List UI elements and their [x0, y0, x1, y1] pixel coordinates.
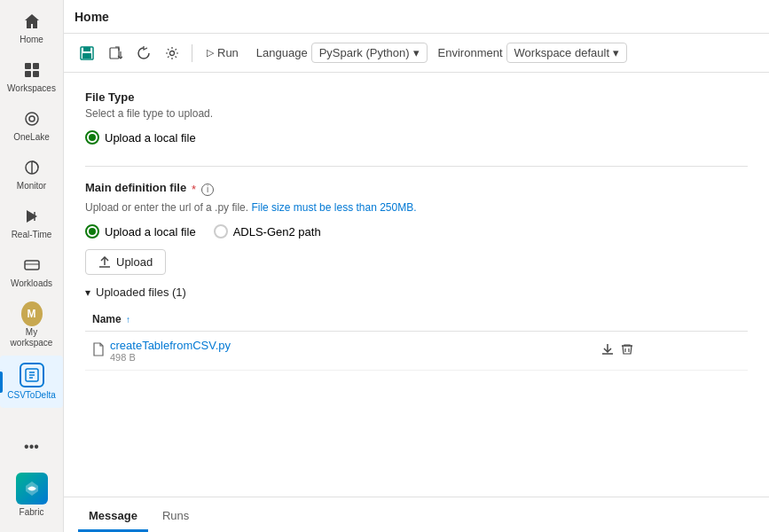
file-type-desc: Select a file type to upload. — [85, 107, 748, 120]
sidebar-item-workloads[interactable]: Workloads — [0, 247, 63, 296]
sidebar-realtime-label: Real-Time — [12, 230, 52, 240]
workspaces-icon — [21, 59, 43, 81]
sidebar-item-workspaces[interactable]: Workspaces — [0, 52, 63, 101]
file-link[interactable]: createTablefromCSV.py — [110, 339, 231, 352]
upload-local-file-label: Upload a local file — [105, 225, 196, 239]
adls-path-label: ADLS-Gen2 path — [233, 225, 321, 239]
csvtodelta-label: CSVToDelta — [7, 390, 55, 401]
sidebar-more[interactable]: ••• — [0, 432, 63, 462]
sidebar-item-home[interactable]: Home — [0, 4, 63, 52]
sidebar-onelake-label: OneLake — [13, 132, 50, 143]
sidebar-home-label: Home — [20, 35, 43, 45]
main-def-desc: Upload or enter the url of a .py file. F… — [85, 201, 748, 214]
svg-rect-0 — [25, 63, 31, 69]
sidebar-item-realtime[interactable]: Real-Time — [0, 199, 63, 247]
main-def-header: Main definition file * i — [85, 181, 748, 198]
file-icon — [92, 342, 105, 359]
toolbar-divider — [192, 44, 192, 62]
refresh-button[interactable] — [131, 41, 156, 66]
table-row: createTablefromCSV.py 498 B — [85, 332, 748, 371]
sidebar-item-myworkspace[interactable]: M My workspace — [0, 296, 63, 356]
file-type-radio-group: Upload a local file — [85, 130, 748, 145]
upload-icon — [98, 256, 111, 269]
language-selector[interactable]: PySpark (Python) ▾ — [311, 43, 428, 63]
export-button[interactable] — [103, 41, 128, 66]
upload-btn-label: Upload — [116, 255, 153, 269]
csvtodelta-icon — [20, 363, 44, 387]
upload-local-label: Upload a local file — [105, 131, 196, 145]
section-divider — [85, 166, 748, 167]
uploaded-files-toggle[interactable]: ▾ Uploaded files (1) — [85, 286, 748, 299]
sidebar: Home Workspaces OneLake — [0, 0, 64, 532]
file-size: 498 B — [110, 352, 231, 363]
run-button[interactable]: ▷ Run — [200, 43, 246, 63]
refresh-icon — [137, 46, 151, 60]
sidebar-myworkspace-label: My workspace — [4, 327, 59, 348]
file-actions-cell — [594, 332, 748, 371]
main-def-desc-blue: File size must be less than 250MB. — [251, 201, 416, 214]
chevron-down-icon: ▾ — [85, 286, 90, 299]
save-button[interactable] — [75, 41, 99, 66]
avatar: M — [21, 301, 43, 326]
tab-message[interactable]: Message — [78, 502, 148, 532]
svg-rect-1 — [33, 63, 39, 69]
myworkspace-icon: M — [21, 303, 43, 325]
upload-button[interactable]: Upload — [85, 249, 166, 275]
info-icon: i — [201, 184, 214, 196]
svg-rect-2 — [25, 71, 31, 77]
realtime-icon — [21, 206, 43, 227]
language-label: Language — [256, 46, 308, 59]
actions-column-header — [594, 308, 748, 332]
main-panel: Home — [64, 0, 769, 532]
delete-icon[interactable] — [621, 343, 633, 358]
settings-button[interactable] — [160, 41, 184, 66]
settings-icon — [165, 46, 179, 60]
file-name-cell: createTablefromCSV.py 498 B — [85, 332, 594, 371]
svg-point-21 — [170, 51, 175, 55]
toolbar: ▷ Run Language PySpark (Python) ▾ Enviro… — [64, 34, 769, 73]
svg-rect-17 — [83, 47, 90, 51]
sidebar-item-onelake[interactable]: OneLake — [0, 101, 63, 150]
sort-icon: ↑ — [126, 315, 130, 325]
download-icon[interactable] — [601, 343, 614, 358]
sidebar-workspaces-label: Workspaces — [7, 83, 56, 94]
save-icon — [80, 46, 94, 60]
sidebar-item-csvtodelta[interactable]: CSVToDelta — [0, 356, 63, 408]
monitor-icon — [21, 157, 43, 178]
sidebar-item-monitor[interactable]: Monitor — [0, 150, 63, 199]
active-bar — [0, 372, 3, 393]
svg-rect-19 — [110, 48, 119, 59]
tab-runs[interactable]: Runs — [152, 502, 200, 532]
radio-outer-1 — [85, 224, 99, 239]
upload-local-radio[interactable]: Upload a local file — [85, 130, 196, 145]
page-title: Home — [75, 10, 109, 24]
fabric-label: Fabric — [20, 507, 44, 518]
sidebar-monitor-label: Monitor — [17, 181, 46, 192]
radio-outer-2 — [214, 224, 228, 239]
svg-marker-8 — [27, 210, 37, 223]
upload-radio-row: Upload a local file ADLS-Gen2 path — [85, 224, 748, 239]
name-column-header: Name ↑ — [85, 308, 594, 332]
environment-value: Workspace default — [514, 46, 609, 59]
language-value: PySpark (Python) — [319, 46, 410, 59]
sidebar-workloads-label: Workloads — [11, 278, 52, 289]
radio-inner — [89, 134, 96, 141]
adls-path-radio[interactable]: ADLS-Gen2 path — [214, 224, 321, 239]
main-def-section: Main definition file * i Upload or enter… — [85, 181, 748, 371]
content-area: File Type Select a file type to upload. … — [64, 73, 769, 497]
export-icon — [108, 46, 122, 60]
fabric-icon — [16, 473, 48, 505]
sidebar-fabric[interactable]: Fabric — [0, 466, 63, 525]
radio-inner-1 — [89, 228, 96, 235]
svg-rect-10 — [25, 261, 39, 270]
upload-local-file-radio[interactable]: Upload a local file — [85, 224, 196, 239]
topbar: Home — [64, 0, 769, 34]
environment-selector[interactable]: Workspace default ▾ — [506, 43, 627, 63]
run-triangle-icon: ▷ — [207, 47, 214, 59]
radio-outer — [85, 130, 99, 145]
home-icon — [21, 11, 43, 32]
language-chevron-icon: ▾ — [413, 46, 420, 59]
uploaded-files-label: Uploaded files (1) — [96, 286, 186, 299]
file-type-section: File Type Select a file type to upload. … — [85, 90, 748, 162]
required-indicator: * — [192, 183, 196, 196]
